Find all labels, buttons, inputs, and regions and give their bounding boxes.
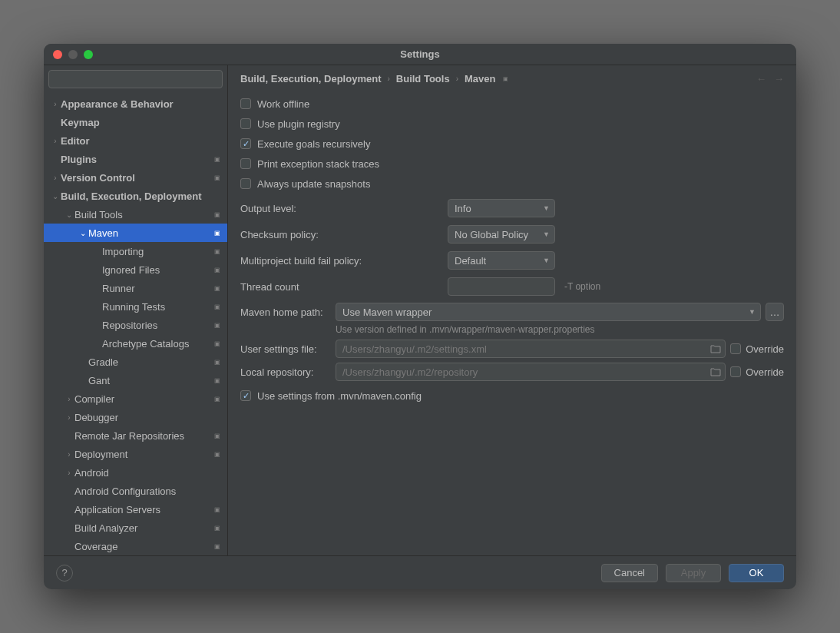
execute-goals-checkbox[interactable]: ✓: [240, 138, 251, 149]
tree-item-label: Compiler: [74, 393, 213, 405]
print-exception-label: Print exception stack traces: [257, 158, 379, 170]
thread-count-hint: -T option: [564, 281, 600, 292]
chevron-right-icon[interactable]: ›: [65, 469, 73, 477]
checksum-policy-row: Checksum policy: No Global Policy ▼: [240, 223, 784, 246]
chevron-right-icon[interactable]: ›: [65, 395, 73, 403]
tree-item-label: Appearance & Behavior: [61, 98, 221, 110]
tree-item-running-tests[interactable]: Running Tests▣: [44, 297, 227, 316]
tree-item-gant[interactable]: Gant▣: [44, 371, 227, 389]
chevron-right-icon[interactable]: ›: [51, 100, 59, 108]
output-level-label: Output level:: [240, 203, 448, 214]
cancel-button[interactable]: Cancel: [601, 564, 658, 582]
local-repository-override-checkbox[interactable]: [730, 366, 741, 377]
multiproject-policy-select[interactable]: Default ▼: [448, 251, 555, 270]
local-repository-input[interactable]: [336, 363, 726, 381]
chevron-right-icon[interactable]: ›: [51, 137, 59, 145]
chevron-right-icon[interactable]: ›: [65, 450, 73, 459]
always-update-snapshots-checkbox[interactable]: [240, 178, 251, 189]
tree-item-plugins[interactable]: Plugins▣: [44, 150, 227, 168]
scope-badge-icon: ▣: [213, 505, 221, 513]
maven-home-path-browse-button[interactable]: …: [766, 303, 784, 321]
chevron-down-icon[interactable]: ⌄: [51, 192, 59, 201]
folder-icon[interactable]: [710, 367, 721, 376]
thread-count-input[interactable]: [448, 277, 555, 296]
tree-item-coverage[interactable]: Coverage▣: [44, 537, 227, 555]
output-level-row: Output level: Info ▼: [240, 197, 784, 220]
tree-item-build-analyzer[interactable]: Build Analyzer▣: [44, 519, 227, 537]
scope-badge-icon: ▣: [213, 155, 221, 163]
breadcrumb-item[interactable]: Build, Execution, Deployment: [240, 73, 381, 85]
checksum-policy-select[interactable]: No Global Policy ▼: [448, 225, 555, 244]
chevron-right-icon[interactable]: ›: [51, 174, 59, 182]
execute-goals-row: ✓ Execute goals recursively: [240, 134, 784, 154]
tree-item-ignored-files[interactable]: Ignored Files▣: [44, 260, 227, 279]
chevron-down-icon: ▼: [543, 204, 550, 212]
output-level-value: Info: [455, 203, 471, 214]
tree-item-label: Keymap: [61, 117, 221, 128]
ok-button[interactable]: OK: [729, 564, 784, 582]
tree-item-runner[interactable]: Runner▣: [44, 279, 227, 297]
tree-item-build-tools[interactable]: ⌄Build Tools▣: [44, 205, 227, 224]
user-settings-file-input[interactable]: [336, 340, 726, 358]
settings-tree[interactable]: ›Appearance & BehaviorKeymap›EditorPlugi…: [44, 93, 227, 555]
tree-item-compiler[interactable]: ›Compiler▣: [44, 389, 227, 408]
use-plugin-registry-row: Use plugin registry: [240, 114, 784, 134]
folder-icon[interactable]: [710, 344, 721, 353]
tree-item-remote-jar-repositories[interactable]: Remote Jar Repositories▣: [44, 426, 227, 445]
form: Work offline Use plugin registry ✓ Execu…: [228, 91, 796, 555]
local-repository-override: Override: [730, 366, 784, 378]
tree-item-android[interactable]: ›Android: [44, 463, 227, 482]
tree-item-repositories[interactable]: Repositories▣: [44, 316, 227, 334]
scope-badge-icon: ▣: [213, 524, 221, 532]
use-mvn-config-checkbox[interactable]: ✓: [240, 390, 251, 401]
tree-item-keymap[interactable]: Keymap: [44, 113, 227, 131]
tree-item-importing[interactable]: Importing▣: [44, 242, 227, 260]
maven-home-path-select[interactable]: Use Maven wrapper ▼: [336, 303, 761, 321]
tree-item-label: Editor: [61, 135, 221, 147]
tree-item-debugger[interactable]: ›Debugger: [44, 408, 227, 426]
use-mvn-config-label: Use settings from .mvn/maven.config: [257, 390, 422, 402]
tree-item-application-servers[interactable]: Application Servers▣: [44, 500, 227, 519]
thread-count-label: Thread count: [240, 281, 448, 293]
work-offline-checkbox[interactable]: [240, 98, 251, 109]
scope-badge-icon: ▣: [213, 340, 221, 347]
chevron-down-icon: ▼: [543, 230, 550, 238]
help-button[interactable]: ?: [56, 565, 73, 582]
output-level-select[interactable]: Info ▼: [448, 199, 555, 217]
tree-item-appearance-behavior[interactable]: ›Appearance & Behavior: [44, 94, 227, 113]
apply-button[interactable]: Apply: [666, 564, 721, 582]
search-input[interactable]: [48, 70, 223, 88]
scope-badge-icon: ▣: [213, 303, 221, 310]
tree-item-label: Build Tools: [74, 209, 213, 220]
titlebar: Settings: [44, 44, 796, 65]
scope-badge-icon: ▣: [213, 542, 221, 550]
maven-home-path-row: Maven home path: Use Maven wrapper ▼ …: [240, 303, 784, 321]
tree-item-label: Runner: [102, 283, 213, 294]
user-settings-override-checkbox[interactable]: [730, 343, 741, 354]
tree-item-label: Android Configurations: [74, 486, 221, 497]
print-exception-checkbox[interactable]: [240, 158, 251, 169]
chevron-down-icon[interactable]: ⌄: [65, 210, 73, 219]
scope-badge-icon: ▣: [213, 432, 221, 439]
tree-item-gradle[interactable]: Gradle▣: [44, 353, 227, 371]
tree-item-editor[interactable]: ›Editor: [44, 131, 227, 150]
tree-item-build-execution-deployment[interactable]: ⌄Build, Execution, Deployment: [44, 187, 227, 205]
nav-forward-button[interactable]: →: [774, 73, 784, 85]
scope-badge-icon: ▣: [213, 174, 221, 181]
breadcrumb-item[interactable]: Build Tools: [396, 73, 450, 85]
nav-back-button[interactable]: ←: [756, 73, 766, 85]
tree-item-deployment[interactable]: ›Deployment▣: [44, 445, 227, 463]
tree-item-version-control[interactable]: ›Version Control▣: [44, 168, 227, 187]
breadcrumb-item[interactable]: Maven: [465, 73, 495, 85]
tree-item-android-configurations[interactable]: Android Configurations: [44, 482, 227, 500]
chevron-down-icon[interactable]: ⌄: [79, 229, 87, 237]
window-title: Settings: [44, 48, 796, 60]
tree-item-archetype-catalogs[interactable]: Archetype Catalogs▣: [44, 334, 227, 353]
tree-item-label: Android: [74, 467, 221, 479]
tree-item-maven[interactable]: ⌄Maven▣: [44, 224, 227, 242]
chevron-right-icon[interactable]: ›: [65, 413, 73, 422]
scope-badge-icon: ▣: [213, 284, 221, 292]
use-plugin-registry-checkbox[interactable]: [240, 118, 251, 129]
tree-item-label: Importing: [102, 246, 213, 257]
window-body: ›Appearance & BehaviorKeymap›EditorPlugi…: [44, 65, 796, 555]
